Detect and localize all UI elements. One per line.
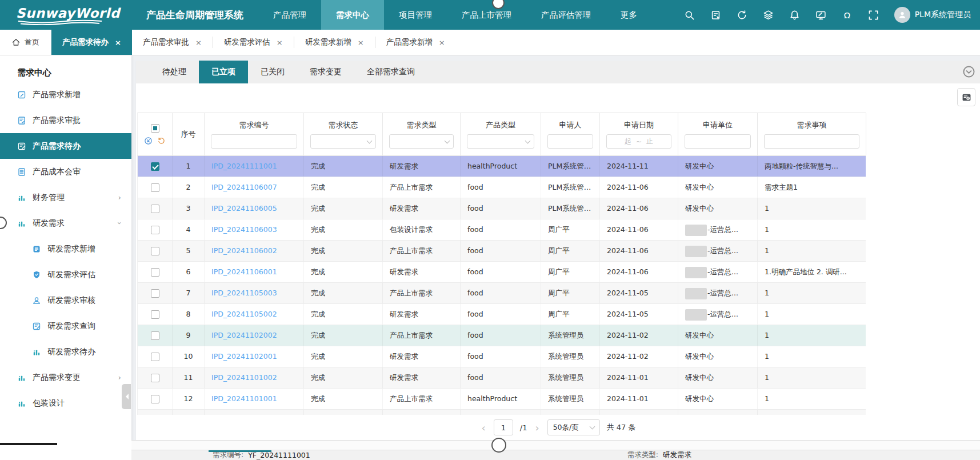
row-checkbox[interactable] xyxy=(151,226,159,234)
tab-产品需求新增[interactable]: 产品需求新增× xyxy=(375,30,456,55)
request-id-link[interactable]: IPD_20241111001 xyxy=(211,162,277,170)
row-checkbox[interactable] xyxy=(151,353,159,361)
nav-item-更多[interactable]: 更多 xyxy=(606,0,652,30)
row-checkbox[interactable] xyxy=(151,395,159,403)
close-tab-icon[interactable]: × xyxy=(439,38,445,47)
close-tab-icon[interactable]: × xyxy=(277,38,283,47)
request-id-link[interactable]: IPD_20241106002 xyxy=(211,246,277,255)
row-checkbox[interactable] xyxy=(151,205,159,213)
close-tab-icon[interactable]: × xyxy=(115,38,121,47)
table-row[interactable]: 2IPD_20241106007完成产品上市需求foodPLM系统管理...20… xyxy=(138,177,866,198)
nav-item-项目管理[interactable]: 项目管理 xyxy=(384,0,447,30)
tab-产品需求审批[interactable]: 产品需求审批× xyxy=(132,30,213,55)
tab-研发需求新增[interactable]: 研发需求新增× xyxy=(294,30,375,55)
table-row[interactable]: 5IPD_20241106002完成产品上市需求food周广平2024-11-0… xyxy=(138,241,866,262)
request-id-link[interactable]: IPD_20241105002 xyxy=(211,310,277,318)
sidebar-item-研发需求评估[interactable]: 研发需求评估 xyxy=(0,262,131,287)
sidebar-item-研发需求[interactable]: 研发需求› xyxy=(0,210,131,236)
sidebar-item-产品成本会审[interactable]: 产品成本会审 xyxy=(0,159,131,185)
request-id-link[interactable]: IPD_20241101001 xyxy=(211,394,277,403)
status-tab-已关闭[interactable]: 已关闭 xyxy=(248,61,297,83)
request-id-link[interactable]: IPD_20241106005 xyxy=(211,204,277,213)
table-row[interactable]: 3IPD_20241106005完成研发需求foodPLM系统管理...2024… xyxy=(138,198,866,219)
table-row[interactable]: 12IPD_20241101001完成产品上市需求healthProduct系统… xyxy=(138,389,866,410)
search-icon[interactable] xyxy=(684,10,695,21)
prev-page-icon[interactable]: ‹ xyxy=(481,422,487,434)
table-row[interactable]: 8IPD_20241105002完成研发需求food周广平2024-11-05-… xyxy=(138,304,866,325)
table-row[interactable]: 6IPD_20241106001完成研发需求food周广平2024-11-06-… xyxy=(138,262,866,283)
sidebar-item-研发需求查询[interactable]: 研发需求查询 xyxy=(0,313,131,339)
nav-item-需求中心[interactable]: 需求中心 xyxy=(321,0,384,30)
request-id-link[interactable]: IPD_20241102002 xyxy=(211,331,277,339)
bell-icon[interactable] xyxy=(789,10,800,21)
filter-input-申请人[interactable] xyxy=(547,134,593,149)
page-size-select[interactable]: 50条/页 xyxy=(547,419,600,435)
column-settings-button[interactable] xyxy=(957,88,975,106)
table-row[interactable]: 4IPD_20241106003完成包装设计需求food周广平2024-11-0… xyxy=(138,219,866,241)
user-menu[interactable]: PLM系统管理员 xyxy=(894,7,971,23)
status-tab-待处理[interactable]: 待处理 xyxy=(150,61,199,83)
sidebar-collapse-handle[interactable] xyxy=(122,384,131,409)
nav-item-产品上市管理[interactable]: 产品上市管理 xyxy=(447,0,526,30)
status-tab-需求变更[interactable]: 需求变更 xyxy=(297,61,354,83)
filter-input-需求编号[interactable] xyxy=(211,134,297,149)
filter-input-申请单位[interactable] xyxy=(685,134,751,149)
refresh-icon[interactable] xyxy=(737,10,747,21)
row-checkbox[interactable] xyxy=(151,310,159,319)
sidebar-item-研发需求审核[interactable]: 研发需求审核 xyxy=(0,287,131,313)
status-tab-全部需求查询[interactable]: 全部需求查询 xyxy=(354,61,427,83)
audit-icon[interactable] xyxy=(710,10,721,21)
sidebar-item-产品需求待办[interactable]: 产品需求待办 xyxy=(0,133,131,159)
table-row[interactable]: 9IPD_20241102002完成产品上市需求food系统管理员2024-11… xyxy=(138,325,866,346)
row-checkbox[interactable] xyxy=(151,268,159,277)
tab-研发需求评估[interactable]: 研发需求评估× xyxy=(213,30,294,55)
sidebar-item-研发需求待办[interactable]: 研发需求待办 xyxy=(0,339,131,365)
status-tab-已立项[interactable]: 已立项 xyxy=(199,61,248,83)
fullscreen-icon[interactable] xyxy=(868,10,879,21)
clear-filter-icon[interactable] xyxy=(144,137,153,145)
sidebar-item-产品需求审批[interactable]: 产品需求审批 xyxy=(0,107,131,133)
nav-item-产品评估管理[interactable]: 产品评估管理 xyxy=(526,0,606,30)
filter-select-需求类型[interactable] xyxy=(389,134,454,149)
request-id-link[interactable]: IPD_20241101002 xyxy=(211,373,277,382)
row-checkbox[interactable] xyxy=(151,374,159,382)
tab-home[interactable]: 首页 xyxy=(0,30,51,55)
tab-产品需求待办[interactable]: 产品需求待办× xyxy=(51,30,132,55)
filter-select-产品类型[interactable] xyxy=(467,134,534,149)
table-row[interactable]: 1IPD_20241111001完成研发需求healthProductPLM系统… xyxy=(138,156,866,177)
request-id-link[interactable]: IPD_20241106007 xyxy=(211,183,277,191)
filter-date-申请日期[interactable]: 起~止 xyxy=(606,134,671,149)
sidebar-item-研发需求新增[interactable]: 研发需求新增 xyxy=(0,236,131,262)
filter-select-需求状态[interactable] xyxy=(310,134,376,149)
table-row[interactable]: 11IPD_20241101002完成研发需求food系统管理员2024-11-… xyxy=(138,367,866,389)
brand-logo[interactable]: SunwayWorld xyxy=(16,6,120,24)
row-checkbox[interactable] xyxy=(151,331,159,340)
filter-input-需求事项[interactable] xyxy=(764,134,859,149)
close-tab-icon[interactable]: × xyxy=(358,38,364,47)
omega-icon[interactable]: Ω xyxy=(842,10,853,21)
row-checkbox[interactable] xyxy=(151,289,159,298)
nav-item-产品管理[interactable]: 产品管理 xyxy=(258,0,321,30)
table-row[interactable]: 7IPD_20241105003完成产品上市需求food周广平2024-11-0… xyxy=(138,283,866,304)
close-tab-icon[interactable]: × xyxy=(195,38,202,47)
sidebar-item-包装设计[interactable]: 包装设计 xyxy=(0,390,131,416)
splitter-drag-handle[interactable] xyxy=(491,438,506,453)
row-checkbox[interactable] xyxy=(151,162,159,171)
reset-icon[interactable] xyxy=(157,137,166,145)
page-input[interactable]: 1 xyxy=(494,419,513,435)
row-checkbox[interactable] xyxy=(151,247,159,255)
request-id-link[interactable]: IPD_20241106001 xyxy=(211,267,277,276)
request-id-link[interactable]: IPD_20241105003 xyxy=(211,289,277,297)
sidebar-item-产品需求变更[interactable]: 产品需求变更› xyxy=(0,365,131,390)
horizontal-splitter[interactable] xyxy=(131,440,980,450)
next-page-icon[interactable]: › xyxy=(534,422,540,434)
layers-icon[interactable] xyxy=(763,10,774,21)
select-all-checkbox[interactable] xyxy=(151,124,159,133)
sidebar-item-财务管理[interactable]: 财务管理› xyxy=(0,185,131,210)
request-id-link[interactable]: IPD_20241102001 xyxy=(211,352,277,361)
sidebar-item-产品需求新增[interactable]: 产品需求新增 xyxy=(0,82,131,107)
collapse-panel-chevron-icon[interactable] xyxy=(962,65,975,78)
monitor-edit-icon[interactable] xyxy=(815,10,826,21)
request-id-link[interactable]: IPD_20241106003 xyxy=(211,225,277,234)
row-checkbox[interactable] xyxy=(151,183,159,192)
